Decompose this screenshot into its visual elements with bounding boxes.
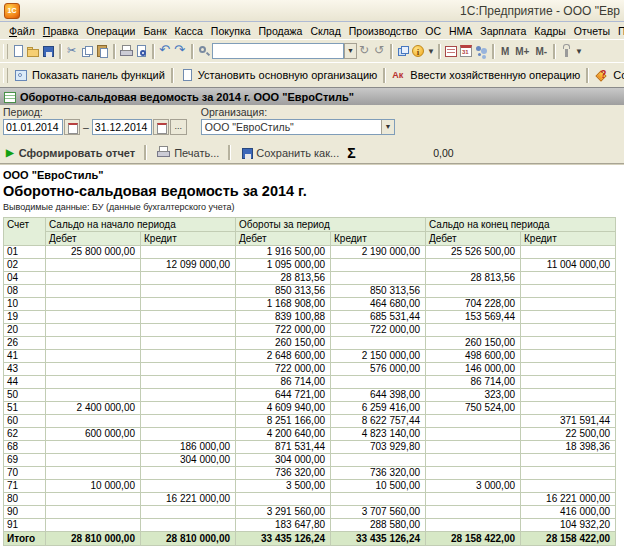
memory-m-minus-button[interactable]: M- — [532, 46, 550, 57]
turnover-debit-cell[interactable]: 260 150,00 — [236, 337, 331, 350]
closing-credit-cell[interactable] — [521, 298, 616, 311]
closing-debit-cell[interactable]: 146 000,00 — [426, 363, 521, 376]
closing-debit-cell[interactable] — [426, 467, 521, 480]
opening-debit-cell[interactable] — [46, 363, 141, 376]
opening-credit-cell[interactable] — [141, 428, 236, 441]
turnover-debit-cell[interactable]: 1 095 000,00 — [236, 259, 331, 272]
menu-hr[interactable]: Кадры — [530, 24, 569, 38]
table-row[interactable]: 10 1 168 908,00 464 680,00 704 228,00 — [4, 298, 616, 311]
closing-credit-cell[interactable] — [521, 376, 616, 389]
save-as-button[interactable]: Сохранить как... — [238, 146, 341, 159]
closing-credit-cell[interactable]: 16 221 000,00 — [521, 493, 616, 506]
account-cell[interactable]: 70 — [4, 467, 46, 480]
closing-credit-cell[interactable] — [521, 324, 616, 337]
opening-debit-cell[interactable]: 10 000,00 — [46, 480, 141, 493]
account-cell[interactable]: 60 — [4, 415, 46, 428]
turnover-credit-cell[interactable] — [331, 493, 426, 506]
print-preview-icon[interactable] — [134, 44, 149, 59]
closing-debit-cell[interactable]: 750 524,00 — [426, 402, 521, 415]
table-row[interactable]: 62 600 000,00 4 200 640,00 4 823 140,00 … — [4, 428, 616, 441]
turnover-credit-cell[interactable] — [331, 454, 426, 467]
turnover-credit-cell[interactable]: 685 531,44 — [331, 311, 426, 324]
table-row[interactable]: 70 736 320,00 736 320,00 — [4, 467, 616, 480]
closing-debit-cell[interactable]: 323,00 — [426, 389, 521, 402]
closing-credit-cell[interactable] — [521, 480, 616, 493]
save-icon[interactable] — [41, 44, 56, 59]
turnover-credit-cell[interactable]: 10 500,00 — [331, 480, 426, 493]
turnover-debit-cell[interactable]: 1 916 500,00 — [236, 246, 331, 259]
opening-debit-cell[interactable] — [46, 493, 141, 506]
redo-icon[interactable] — [173, 44, 188, 59]
turnover-debit-cell[interactable]: 2 648 600,00 — [236, 350, 331, 363]
account-cell[interactable]: 26 — [4, 337, 46, 350]
opening-credit-cell[interactable] — [141, 350, 236, 363]
account-cell[interactable]: 71 — [4, 480, 46, 493]
turnover-debit-cell[interactable]: 736 320,00 — [236, 467, 331, 480]
table-row[interactable]: 41 2 648 600,00 2 150 000,00 498 600,00 — [4, 350, 616, 363]
turnover-credit-cell[interactable] — [331, 337, 426, 350]
closing-debit-cell[interactable] — [426, 324, 521, 337]
opening-credit-cell[interactable] — [141, 337, 236, 350]
closing-debit-cell[interactable] — [426, 519, 521, 532]
opening-debit-cell[interactable]: 25 800 000,00 — [46, 246, 141, 259]
table-row[interactable]: 43 722 000,00 576 000,00 146 000,00 — [4, 363, 616, 376]
memory-m-plus-button[interactable]: M+ — [512, 46, 532, 57]
menu-edit[interactable]: Правка — [39, 24, 82, 38]
undo-icon[interactable] — [158, 44, 173, 59]
closing-credit-cell[interactable]: 104 932,20 — [521, 519, 616, 532]
closing-debit-cell[interactable]: 86 714,00 — [426, 376, 521, 389]
turnover-credit-cell[interactable]: 850 313,56 — [331, 285, 426, 298]
toolbar-grip[interactable] — [3, 44, 8, 59]
closing-debit-cell[interactable] — [426, 506, 521, 519]
turnover-debit-cell[interactable]: 4 609 940,00 — [236, 402, 331, 415]
account-cell[interactable]: 01 — [4, 246, 46, 259]
closing-debit-cell[interactable]: 498 600,00 — [426, 350, 521, 363]
tools-caret-icon[interactable]: ▼ — [575, 47, 583, 56]
opening-debit-cell[interactable] — [46, 311, 141, 324]
turnover-debit-cell[interactable]: 3 291 560,00 — [236, 506, 331, 519]
menu-production[interactable]: Производство — [345, 24, 421, 38]
closing-credit-cell[interactable] — [521, 363, 616, 376]
opening-debit-cell[interactable] — [46, 285, 141, 298]
memory-m-button[interactable]: M — [498, 46, 512, 57]
opening-debit-cell[interactable] — [46, 519, 141, 532]
turnover-credit-cell[interactable] — [331, 272, 426, 285]
opening-debit-cell[interactable] — [46, 350, 141, 363]
opening-credit-cell[interactable]: 16 221 000,00 — [141, 493, 236, 506]
turnover-credit-cell[interactable]: 644 398,00 — [331, 389, 426, 402]
turnover-credit-cell[interactable]: 288 580,00 — [331, 519, 426, 532]
turnover-debit-cell[interactable]: 4 200 640,00 — [236, 428, 331, 441]
cut-icon[interactable] — [65, 44, 80, 59]
turnover-credit-cell[interactable]: 8 622 757,44 — [331, 415, 426, 428]
turnover-credit-cell[interactable]: 736 320,00 — [331, 467, 426, 480]
menu-bank[interactable]: Банк — [139, 24, 170, 38]
opening-debit-cell[interactable] — [46, 506, 141, 519]
turnover-credit-cell[interactable]: 4 823 140,00 — [331, 428, 426, 441]
turnover-credit-cell[interactable]: 6 259 416,00 — [331, 402, 426, 415]
turnover-credit-cell[interactable]: 3 707 560,00 — [331, 506, 426, 519]
closing-debit-cell[interactable]: 704 228,00 — [426, 298, 521, 311]
find-previous-icon[interactable] — [372, 44, 387, 59]
menu-enterprise[interactable]: Предприятие — [614, 24, 624, 38]
tools-icon[interactable] — [559, 44, 574, 59]
turnover-credit-cell[interactable] — [331, 376, 426, 389]
account-cell[interactable]: 10 — [4, 298, 46, 311]
account-cell[interactable]: 02 — [4, 259, 46, 272]
account-cell[interactable]: 41 — [4, 350, 46, 363]
opening-debit-cell[interactable] — [46, 259, 141, 272]
info-icon[interactable] — [411, 44, 426, 59]
copy-icon[interactable] — [80, 44, 95, 59]
search-input[interactable] — [212, 43, 344, 59]
opening-debit-cell[interactable] — [46, 298, 141, 311]
closing-credit-cell[interactable] — [521, 246, 616, 259]
table-row[interactable]: 60 8 251 166,00 8 622 757,44 371 591,44 — [4, 415, 616, 428]
date-to-calendar-button[interactable] — [153, 119, 169, 135]
table-row[interactable]: 50 644 721,00 644 398,00 323,00 — [4, 389, 616, 402]
account-cell[interactable]: 04 — [4, 272, 46, 285]
closing-debit-cell[interactable] — [426, 415, 521, 428]
date-to-input[interactable] — [92, 119, 152, 135]
period-more-button[interactable]: ... — [170, 119, 187, 135]
show-function-panel-button[interactable]: Показать панель функций — [11, 67, 168, 84]
opening-credit-cell[interactable] — [141, 389, 236, 402]
closing-credit-cell[interactable] — [521, 402, 616, 415]
